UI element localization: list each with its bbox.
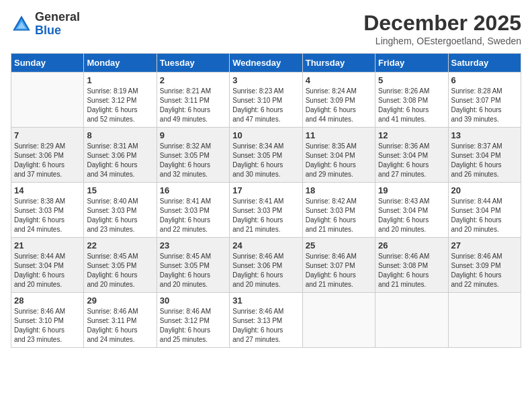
calendar-week-row: 7Sunrise: 8:29 AM Sunset: 3:06 PM Daylig… [11,128,521,183]
logo-general: General [35,11,80,24]
day-info: Sunrise: 8:24 AM Sunset: 3:09 PM Dayligh… [306,87,372,124]
calendar-cell: 1Sunrise: 8:19 AM Sunset: 3:12 PM Daylig… [84,73,157,128]
calendar-cell: 7Sunrise: 8:29 AM Sunset: 3:06 PM Daylig… [11,128,84,183]
logo-text: General Blue [35,11,80,38]
column-header-sunday: Sunday [11,54,84,73]
day-info: Sunrise: 8:46 AM Sunset: 3:11 PM Dayligh… [87,307,153,345]
day-info: Sunrise: 8:31 AM Sunset: 3:06 PM Dayligh… [87,142,153,179]
calendar-cell: 10Sunrise: 8:34 AM Sunset: 3:05 PM Dayli… [230,128,302,183]
day-number: 14 [14,185,81,195]
logo-icon [11,13,32,35]
day-info: Sunrise: 8:45 AM Sunset: 3:05 PM Dayligh… [160,252,226,289]
calendar-cell: 3Sunrise: 8:23 AM Sunset: 3:10 PM Daylig… [230,73,302,128]
day-number: 11 [306,130,372,140]
logo: General Blue [11,11,80,38]
day-info: Sunrise: 8:43 AM Sunset: 3:04 PM Dayligh… [378,197,445,234]
calendar-week-row: 14Sunrise: 8:38 AM Sunset: 3:03 PM Dayli… [11,183,521,238]
day-info: Sunrise: 8:28 AM Sunset: 3:07 PM Dayligh… [451,87,518,124]
day-number: 26 [378,240,445,250]
day-info: Sunrise: 8:46 AM Sunset: 3:12 PM Dayligh… [160,307,226,345]
day-number: 18 [306,185,372,195]
day-number: 5 [378,75,445,85]
day-info: Sunrise: 8:41 AM Sunset: 3:03 PM Dayligh… [232,197,299,234]
column-header-tuesday: Tuesday [157,54,229,73]
day-info: Sunrise: 8:37 AM Sunset: 3:04 PM Dayligh… [451,142,518,179]
day-info: Sunrise: 8:26 AM Sunset: 3:08 PM Dayligh… [378,87,445,124]
calendar-cell: 22Sunrise: 8:45 AM Sunset: 3:05 PM Dayli… [84,238,157,293]
day-info: Sunrise: 8:40 AM Sunset: 3:03 PM Dayligh… [87,197,153,234]
day-number: 7 [14,130,81,140]
day-number: 2 [160,75,226,85]
page-header: General Blue December 2025 Linghem, OEst… [11,11,521,46]
day-number: 30 [160,295,226,306]
day-number: 24 [232,240,299,250]
calendar-cell: 19Sunrise: 8:43 AM Sunset: 3:04 PM Dayli… [375,183,448,238]
calendar-cell: 13Sunrise: 8:37 AM Sunset: 3:04 PM Dayli… [448,128,521,183]
day-number: 27 [451,240,518,250]
day-number: 13 [451,130,518,140]
calendar-cell [302,293,375,348]
day-info: Sunrise: 8:46 AM Sunset: 3:10 PM Dayligh… [14,307,81,345]
day-number: 17 [232,185,299,195]
calendar-cell: 18Sunrise: 8:42 AM Sunset: 3:03 PM Dayli… [302,183,375,238]
calendar-cell: 8Sunrise: 8:31 AM Sunset: 3:06 PM Daylig… [84,128,157,183]
day-info: Sunrise: 8:34 AM Sunset: 3:05 PM Dayligh… [232,142,299,179]
calendar-cell: 21Sunrise: 8:44 AM Sunset: 3:04 PM Dayli… [11,238,84,293]
calendar-cell: 31Sunrise: 8:46 AM Sunset: 3:13 PM Dayli… [230,293,302,348]
location: Linghem, OEstergoetland, Sweden [363,36,521,46]
column-header-saturday: Saturday [448,54,521,73]
calendar-cell: 24Sunrise: 8:46 AM Sunset: 3:06 PM Dayli… [230,238,302,293]
day-info: Sunrise: 8:35 AM Sunset: 3:04 PM Dayligh… [306,142,372,179]
day-number: 29 [87,295,153,306]
logo-blue: Blue [35,24,80,38]
calendar-cell [11,73,84,128]
day-info: Sunrise: 8:19 AM Sunset: 3:12 PM Dayligh… [87,87,153,124]
column-header-wednesday: Wednesday [230,54,302,73]
column-header-friday: Friday [375,54,448,73]
day-info: Sunrise: 8:21 AM Sunset: 3:11 PM Dayligh… [160,87,226,124]
calendar-cell: 23Sunrise: 8:45 AM Sunset: 3:05 PM Dayli… [157,238,229,293]
day-number: 3 [232,75,299,85]
day-info: Sunrise: 8:32 AM Sunset: 3:05 PM Dayligh… [160,142,226,179]
day-number: 16 [160,185,226,195]
day-number: 19 [378,185,445,195]
calendar-week-row: 28Sunrise: 8:46 AM Sunset: 3:10 PM Dayli… [11,293,521,348]
day-info: Sunrise: 8:46 AM Sunset: 3:13 PM Dayligh… [232,307,299,345]
day-info: Sunrise: 8:36 AM Sunset: 3:04 PM Dayligh… [378,142,445,179]
day-info: Sunrise: 8:44 AM Sunset: 3:04 PM Dayligh… [14,252,81,289]
calendar-cell: 30Sunrise: 8:46 AM Sunset: 3:12 PM Dayli… [157,293,229,348]
day-info: Sunrise: 8:46 AM Sunset: 3:06 PM Dayligh… [232,252,299,289]
calendar-cell: 26Sunrise: 8:46 AM Sunset: 3:08 PM Dayli… [375,238,448,293]
calendar-cell: 25Sunrise: 8:46 AM Sunset: 3:07 PM Dayli… [302,238,375,293]
calendar-cell: 20Sunrise: 8:44 AM Sunset: 3:04 PM Dayli… [448,183,521,238]
day-info: Sunrise: 8:46 AM Sunset: 3:07 PM Dayligh… [306,252,372,289]
calendar-cell: 11Sunrise: 8:35 AM Sunset: 3:04 PM Dayli… [302,128,375,183]
day-number: 12 [378,130,445,140]
calendar-cell: 27Sunrise: 8:46 AM Sunset: 3:09 PM Dayli… [448,238,521,293]
calendar-week-row: 1Sunrise: 8:19 AM Sunset: 3:12 PM Daylig… [11,73,521,128]
calendar-cell: 14Sunrise: 8:38 AM Sunset: 3:03 PM Dayli… [11,183,84,238]
day-number: 20 [451,185,518,195]
day-info: Sunrise: 8:38 AM Sunset: 3:03 PM Dayligh… [14,197,81,234]
calendar-cell: 29Sunrise: 8:46 AM Sunset: 3:11 PM Dayli… [84,293,157,348]
calendar-header-row: SundayMondayTuesdayWednesdayThursdayFrid… [11,54,521,73]
calendar-cell: 5Sunrise: 8:26 AM Sunset: 3:08 PM Daylig… [375,73,448,128]
day-number: 28 [14,295,81,306]
day-info: Sunrise: 8:41 AM Sunset: 3:03 PM Dayligh… [160,197,226,234]
day-number: 1 [87,75,153,85]
calendar-cell: 12Sunrise: 8:36 AM Sunset: 3:04 PM Dayli… [375,128,448,183]
day-number: 31 [232,295,299,306]
day-number: 25 [306,240,372,250]
calendar-table: SundayMondayTuesdayWednesdayThursdayFrid… [11,53,521,348]
month-title: December 2025 [363,11,521,36]
day-number: 23 [160,240,226,250]
calendar-cell: 28Sunrise: 8:46 AM Sunset: 3:10 PM Dayli… [11,293,84,348]
column-header-thursday: Thursday [302,54,375,73]
calendar-cell: 2Sunrise: 8:21 AM Sunset: 3:11 PM Daylig… [157,73,229,128]
calendar-week-row: 21Sunrise: 8:44 AM Sunset: 3:04 PM Dayli… [11,238,521,293]
day-number: 4 [306,75,372,85]
day-info: Sunrise: 8:42 AM Sunset: 3:03 PM Dayligh… [306,197,372,234]
column-header-monday: Monday [84,54,157,73]
calendar-cell: 15Sunrise: 8:40 AM Sunset: 3:03 PM Dayli… [84,183,157,238]
day-number: 15 [87,185,153,195]
